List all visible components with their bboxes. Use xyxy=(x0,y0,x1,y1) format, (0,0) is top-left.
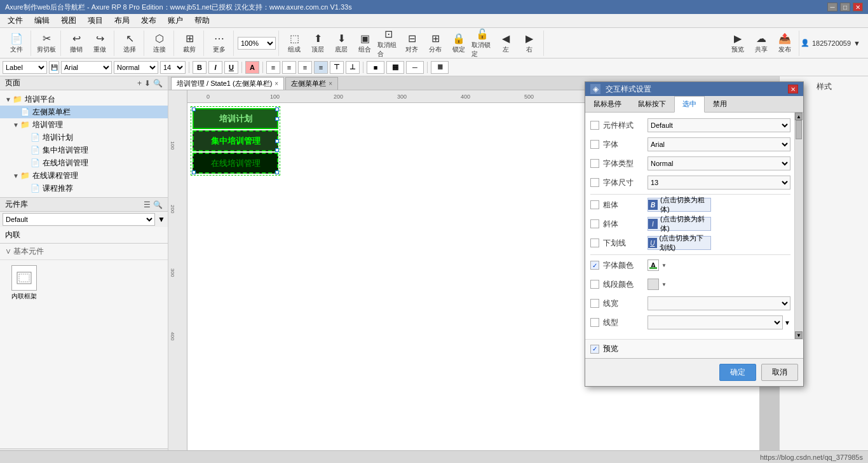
tree-item-course-mgmt[interactable]: ▼ 📁 在线课程管理 xyxy=(0,169,168,182)
toolbar-right-btn[interactable]: ▶ 右 xyxy=(518,32,541,55)
select-line-width[interactable]: 1 2 xyxy=(648,296,790,310)
menu-view[interactable]: 视图 xyxy=(56,14,81,27)
toolbar-share-btn[interactable]: ☁ 共享 xyxy=(750,32,773,55)
tab-disabled[interactable]: 禁用 xyxy=(705,96,735,112)
checkbox-italic[interactable] xyxy=(590,219,599,228)
align-right-btn[interactable]: ≡ xyxy=(298,61,312,74)
canvas-element-group[interactable]: 培训计划 集中培训管理 在线培训管理 xyxy=(191,106,280,176)
select-component-style[interactable]: Default xyxy=(648,118,790,132)
collapse-icon[interactable]: ∨ xyxy=(5,247,13,256)
underline-btn[interactable]: U xyxy=(224,61,238,74)
handle-mr[interactable] xyxy=(275,117,279,121)
toolbar-preview-btn[interactable]: ▶ 预览 xyxy=(726,32,749,55)
scroll-down-btn[interactable]: ▼ xyxy=(795,331,803,339)
toolbar-unlock-btn[interactable]: 🔓 取消锁定 xyxy=(471,32,494,55)
checkbox-line-width[interactable] xyxy=(590,299,599,308)
toolbar-left-btn[interactable]: ◀ 左 xyxy=(494,32,517,55)
handle-bl3[interactable] xyxy=(192,170,196,174)
dialog-close-btn[interactable]: ✕ xyxy=(788,85,798,93)
bold-toggle-btn[interactable]: B (点击切换为粗体) xyxy=(648,198,711,212)
canvas-element-box2[interactable]: 集中培训管理 xyxy=(193,130,278,151)
tree-item-leftnav[interactable]: 📄 左侧菜单栏 xyxy=(0,106,168,118)
underline-toggle-btn[interactable]: U (点击切换为下划线) xyxy=(648,236,711,250)
checkbox-underline[interactable] xyxy=(590,238,599,247)
menu-edit[interactable]: 编辑 xyxy=(29,14,55,27)
font-style-select[interactable]: Normal Bold Italic xyxy=(114,61,158,74)
select-font-size[interactable]: 13 12 14 xyxy=(648,176,790,190)
checkbox-bold[interactable] xyxy=(590,200,599,209)
style-save-btn[interactable]: 💾 xyxy=(49,61,59,74)
select-font[interactable]: Arial xyxy=(648,137,790,151)
comp-search-icon[interactable]: 🔍 xyxy=(153,200,163,209)
toolbar-distribute-btn[interactable]: ⊞ 分布 xyxy=(424,32,447,55)
checkbox-font-type[interactable] xyxy=(590,159,599,168)
handle-tr[interactable] xyxy=(275,107,279,111)
minimize-button[interactable]: ─ xyxy=(827,3,837,11)
comp-menu-icon[interactable]: ☰ xyxy=(144,200,151,209)
pages-import-icon[interactable]: ⬇ xyxy=(144,79,151,88)
checkbox-line-type[interactable] xyxy=(590,318,599,327)
line-style-btn[interactable]: ─ xyxy=(406,61,424,74)
align-left-btn[interactable]: ≡ xyxy=(266,61,280,74)
checkbox-font[interactable] xyxy=(590,140,599,149)
select-line-type[interactable]: 实线 虚线 xyxy=(648,315,783,329)
handle-br3[interactable] xyxy=(275,170,279,174)
menu-account[interactable]: 账户 xyxy=(163,14,188,27)
comp-dropdown-arrow[interactable]: ▼ xyxy=(158,215,165,224)
handle-tl[interactable] xyxy=(192,107,196,111)
canvas-element-box1[interactable]: 培训计划 xyxy=(193,108,278,129)
label-type-select[interactable]: Label xyxy=(3,61,47,74)
toolbar-redo-btn[interactable]: ↪ 重做 xyxy=(88,32,111,55)
tab-selected[interactable]: 选中 xyxy=(674,96,705,113)
valign-middle-btn[interactable]: ⊥ xyxy=(346,61,360,74)
italic-btn[interactable]: I xyxy=(208,61,222,74)
more-fmt-btn[interactable]: ≣ xyxy=(431,61,449,74)
confirm-button[interactable]: 确定 xyxy=(719,364,756,381)
checkbox-component-style[interactable] xyxy=(590,121,599,130)
user-dropdown-icon[interactable]: ▼ xyxy=(853,39,860,47)
select-font-type[interactable]: Normal Bold Italic xyxy=(648,156,790,170)
toolbar-select-btn[interactable]: ↖ 选择 xyxy=(118,32,141,55)
font-size-select[interactable]: 14 12 16 xyxy=(160,61,186,74)
line-type-end-arrow[interactable]: ▼ xyxy=(784,319,790,326)
comp-type-dropdown[interactable]: Default xyxy=(3,213,155,226)
dialog-scrollbar[interactable]: ▲ ▼ xyxy=(794,113,803,339)
tree-item-recommend[interactable]: 📄 课程推荐 xyxy=(0,182,168,195)
comp-item-inline-frame[interactable]: 内联框架 xyxy=(5,265,43,301)
line-color-dropdown-arrow[interactable]: ▼ xyxy=(661,282,667,287)
checkbox-line-color[interactable] xyxy=(590,280,599,289)
align-justify-btn[interactable]: ≡ xyxy=(314,61,328,74)
handle-br2[interactable] xyxy=(275,148,279,152)
font-color-btn[interactable]: A xyxy=(245,61,259,74)
toolbar-compose-btn[interactable]: ⬚ 组成 xyxy=(283,32,306,55)
scroll-up-btn[interactable]: ▲ xyxy=(795,113,803,120)
handle-mr2[interactable] xyxy=(275,139,279,143)
align-center-btn[interactable]: ≡ xyxy=(282,61,296,74)
toolbar-new-btn[interactable]: 📄 文件 xyxy=(5,32,28,55)
pages-search-icon[interactable]: 🔍 xyxy=(153,79,163,88)
zoom-select[interactable]: 100% 75% 50% 150% xyxy=(238,37,276,50)
toolbar-top-btn[interactable]: ⬆ 顶层 xyxy=(306,32,329,55)
checkbox-font-size[interactable] xyxy=(590,178,599,187)
tab-training-state1[interactable]: 培训管理 / State1 (左侧菜单栏) × xyxy=(171,77,284,90)
checkbox-font-color[interactable] xyxy=(590,261,599,270)
menu-layout[interactable]: 布局 xyxy=(109,14,135,27)
tree-item-platform[interactable]: ▼ 📁 培训平台 xyxy=(0,93,168,106)
font-color-preview[interactable]: A xyxy=(648,259,659,271)
maximize-button[interactable]: □ xyxy=(840,3,850,11)
fill-color-btn[interactable]: ▦ xyxy=(386,61,404,74)
bold-btn[interactable]: B xyxy=(193,61,207,74)
toolbar-ungroup-btn[interactable]: ⊡ 取消组合 xyxy=(377,32,400,55)
font-select[interactable]: Arial xyxy=(61,61,112,74)
menu-help[interactable]: 帮助 xyxy=(189,14,215,27)
tree-item-intensive[interactable]: 📄 集中培训管理 xyxy=(0,144,168,156)
toolbar-cut-btn[interactable]: ✂ 剪切板 xyxy=(35,32,58,55)
tab-leftnav-close[interactable]: × xyxy=(329,80,332,87)
toolbar-connect-btn[interactable]: ⬡ 连接 xyxy=(148,32,171,55)
tree-item-training[interactable]: ▼ 📁 培训管理 xyxy=(0,118,168,131)
cancel-button[interactable]: 取消 xyxy=(761,364,798,381)
tab-mouse-down[interactable]: 鼠标按下 xyxy=(630,96,674,112)
toolbar-undo-btn[interactable]: ↩ 撤销 xyxy=(65,32,88,55)
tab-left-nav[interactable]: 左侧菜单栏 × xyxy=(285,77,338,90)
border-color-btn[interactable]: ■ xyxy=(367,61,384,74)
